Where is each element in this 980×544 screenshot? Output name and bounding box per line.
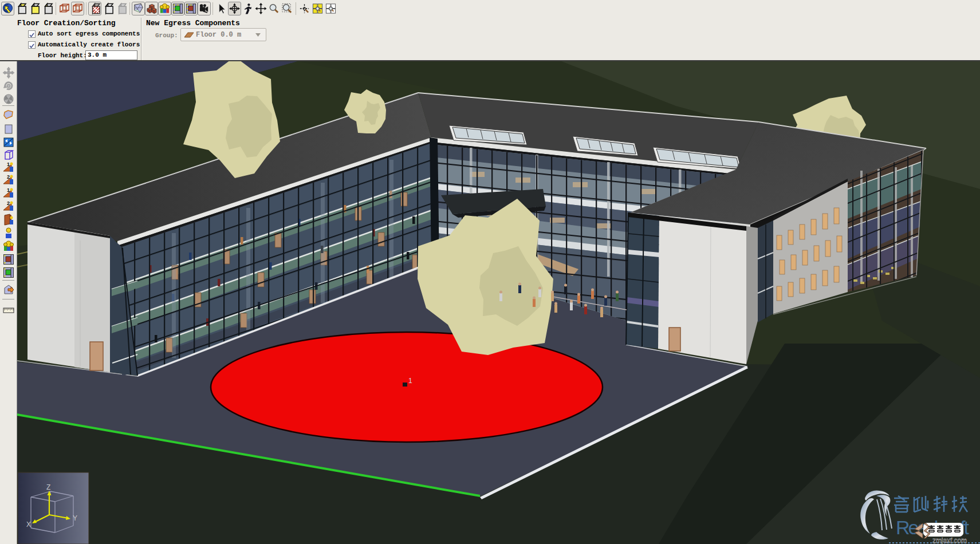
svg-text:1: 1 — [7, 187, 10, 193]
svg-text:Y: Y — [73, 514, 77, 522]
svg-text:2: 2 — [7, 174, 10, 180]
svg-text:2: 2 — [7, 200, 10, 206]
svg-text:1: 1 — [7, 161, 10, 167]
svg-text:Z: Z — [46, 483, 50, 491]
svg-text:1: 1 — [408, 377, 412, 385]
svg-text:zmjaxf.com: zmjaxf.com — [932, 537, 967, 544]
svg-text:X: X — [26, 521, 31, 529]
